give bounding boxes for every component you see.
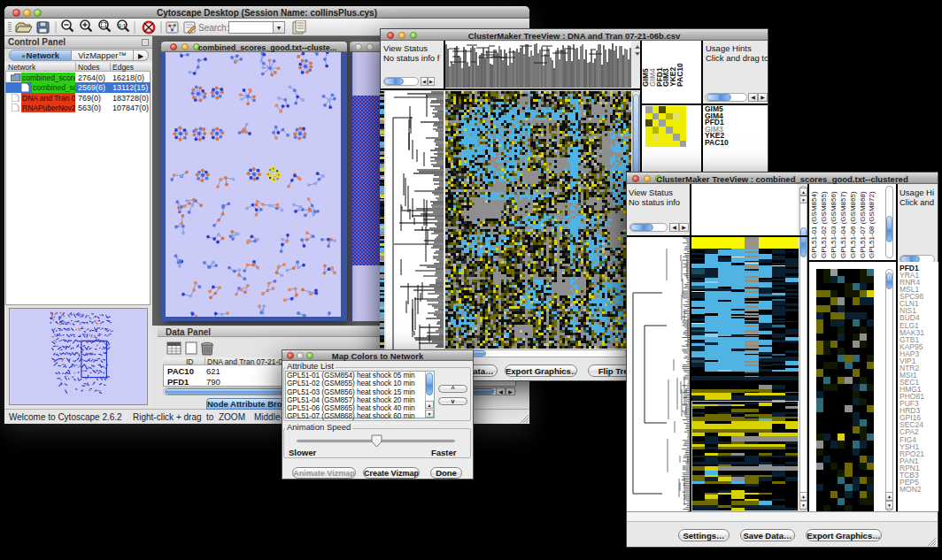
svg-text:GPL51-03 (GSM856): GPL51-03 (GSM856) bbox=[830, 191, 838, 258]
svg-text:GPL51-04 (GSM857): GPL51-04 (GSM857) bbox=[839, 191, 847, 258]
svg-text:GPL51-07 (GSM868): GPL51-07 (GSM868) bbox=[859, 191, 867, 258]
svg-text:GPL51-08 (GSM872): GPL51-08 (GSM872) bbox=[868, 191, 876, 258]
svg-text:1:1: 1:1 bbox=[119, 23, 126, 28]
svg-text:GPL51-06 (GSM865): GPL51-06 (GSM865) bbox=[849, 191, 857, 258]
svg-text:PAC10: PAC10 bbox=[676, 63, 684, 87]
svg-text:GPL51-02 (GSM855): GPL51-02 (GSM855) bbox=[820, 191, 828, 258]
svg-text:GPL51-01 (GSM854): GPL51-01 (GSM854) bbox=[810, 191, 818, 258]
